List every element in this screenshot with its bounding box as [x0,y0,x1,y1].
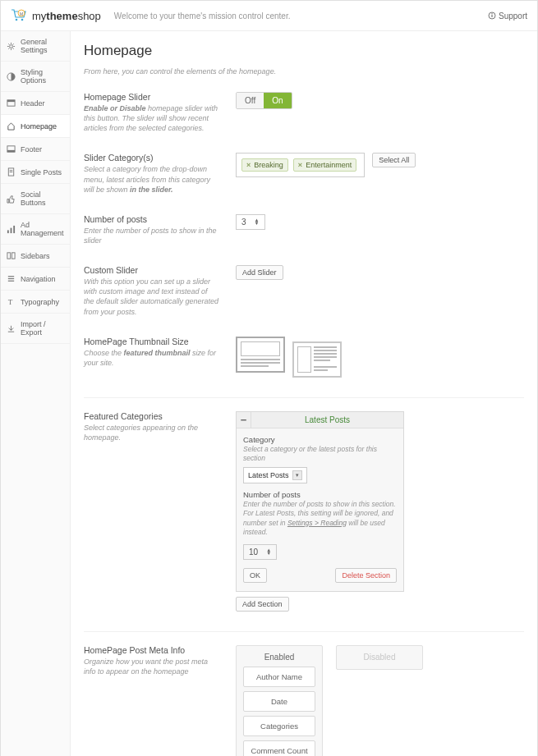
home-icon [7,121,16,131]
support-link[interactable]: Support [488,11,527,21]
sidebar-item-ads[interactable]: Ad Management [1,214,70,245]
chevron-down-icon: ▾ [292,470,302,480]
info-icon [488,11,496,20]
thumb-option-large[interactable] [236,337,285,373]
sidebar-item-footer[interactable]: Footer [1,138,70,161]
svg-point-6 [491,13,492,14]
svg-rect-18 [13,225,15,232]
category-tagbox[interactable]: ×Breaking ×Entertainment [236,153,365,177]
custom-slider-title: Custom Slider [84,265,219,275]
featured-panel: − Latest Posts Category Select a categor… [236,411,404,592]
sidebar-item-label: Styling Options [21,68,64,85]
meta-disabled-col: Disabled [336,645,423,670]
type-icon: T [7,297,16,306]
tag-label: Breaking [254,161,283,169]
sidebar-item-homepage[interactable]: Homepage [1,115,70,138]
custom-slider-desc: With this option you can set up a slider… [84,277,219,317]
slider-cat-title: Slider Category(s) [84,153,219,163]
slider-desc: Enable or Disable homepage slider with t… [84,103,219,133]
stepper-icon[interactable]: ▲▼ [255,218,260,225]
sidebar-item-nav[interactable]: Navigation [1,268,70,291]
svg-rect-5 [491,15,492,17]
category-select[interactable]: Latest Posts ▾ [243,467,307,483]
footer-icon [7,144,16,153]
sidebar-item-social[interactable]: Social Buttons [1,184,70,214]
sidebar-item-styling[interactable]: Styling Options [1,62,70,92]
meta-item-comments[interactable]: Comment Count [243,740,315,757]
tag-remove-icon[interactable]: × [246,161,251,169]
columns-icon [7,251,16,260]
sidebar-item-label: General Settings [21,38,64,54]
thumb-title: HomePage Thumbnail Size [84,337,219,346]
add-section-button[interactable]: Add Section [236,597,289,612]
toggle-off[interactable]: Off [237,93,264,108]
featured-title: Featured Categories [84,411,219,421]
stepper-icon[interactable]: ▲▼ [266,548,271,555]
featured-panel-title: Latest Posts [251,413,403,427]
select-all-button[interactable]: Select All [372,153,416,167]
ok-button[interactable]: OK [243,568,267,583]
welcome-text: Welcome to your theme's mission control … [114,11,291,21]
toggle-on[interactable]: On [264,93,291,108]
import-icon [7,324,16,333]
slider-title: Homepage Slider [84,92,219,102]
svg-point-1 [21,19,24,21]
featured-desc: Select categories appearing on the homep… [84,423,219,442]
fc-np-label: Number of posts [243,490,397,499]
file-icon [7,167,16,176]
add-slider-button[interactable]: Add Slider [236,265,283,280]
svg-rect-17 [11,227,12,232]
svg-rect-10 [7,100,15,102]
gear-icon [7,42,16,51]
meta-enabled-head: Enabled [243,653,315,662]
header-icon [7,99,16,108]
thumb-desc: Choose the featured thumbnail size for y… [84,348,219,368]
slider-toggle[interactable]: Off On [236,92,292,109]
meta-item-date[interactable]: Date [243,691,315,712]
sidebar: General Settings Styling Options Header … [1,31,71,756]
svg-rect-19 [7,253,11,259]
sidebar-item-label: Footer [21,145,42,153]
header-bar: M mythemeshop Welcome to your theme's mi… [1,1,537,31]
slider-cat-desc: Select a category from the drop-down men… [84,164,219,194]
fc-numposts-value: 10 [249,548,258,557]
meta-item-categories[interactable]: Categories [243,716,315,736]
sidebar-item-typography[interactable]: TTypography [1,291,70,314]
meta-title: HomePage Post Meta Info [84,645,219,655]
sidebar-item-label: Typography [21,298,59,306]
sidebar-item-label: Homepage [21,122,57,131]
sidebar-item-import[interactable]: Import / Export [1,314,70,344]
collapse-button[interactable]: − [237,412,251,428]
tag-label: Entertainment [306,161,352,169]
svg-text:M: M [20,11,23,16]
sidebar-item-label: Ad Management [21,221,64,237]
fc-cat-label: Category [243,435,397,444]
tag-remove-icon[interactable]: × [298,161,302,169]
sidebar-item-label: Social Buttons [21,190,64,207]
meta-item-author[interactable]: Author Name [243,667,315,687]
meta-enabled-col: Enabled Author Name Date Categories Comm… [236,645,323,757]
numposts-input[interactable]: 3 ▲▼ [236,214,265,230]
svg-text:T: T [8,298,13,306]
svg-rect-20 [11,253,15,259]
sidebar-item-label: Navigation [21,275,56,283]
sidebar-item-label: Import / Export [21,320,64,337]
sidebar-item-header[interactable]: Header [1,92,70,115]
select-value: Latest Posts [248,471,289,479]
delete-section-button[interactable]: Delete Section [335,568,397,583]
svg-point-7 [10,44,13,48]
tag-entertainment[interactable]: ×Entertainment [293,158,356,172]
page-title: Homepage [84,43,524,59]
sidebar-item-general[interactable]: General Settings [1,31,70,62]
sidebar-item-sidebars[interactable]: Sidebars [1,245,70,268]
thumb-option-small[interactable] [292,341,342,378]
tag-breaking[interactable]: ×Breaking [241,158,288,172]
fc-numposts-input[interactable]: 10 ▲▼ [243,544,277,560]
logo-text: mythemeshop [32,10,101,22]
sidebar-item-single[interactable]: Single Posts [1,161,70,184]
chart-icon [7,225,16,234]
content-area: Homepage From here, you can control the … [71,31,537,756]
numposts-title: Number of posts [84,214,219,224]
meta-disabled-head: Disabled [343,653,416,662]
settings-reading-link[interactable]: Settings > Reading [287,519,347,527]
